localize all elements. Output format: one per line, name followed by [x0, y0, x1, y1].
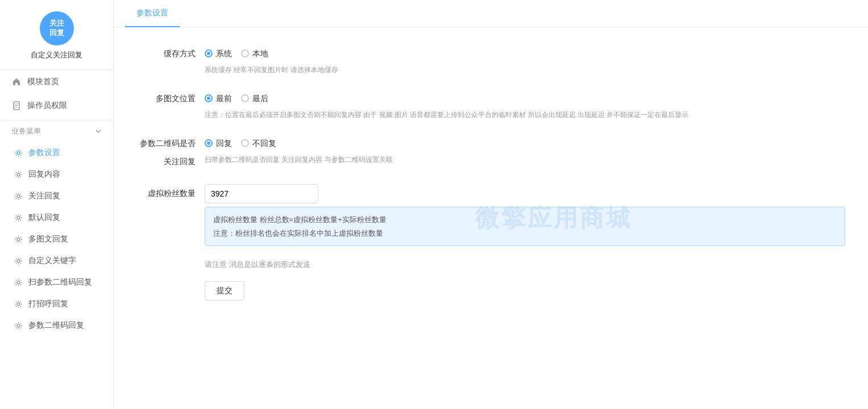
default-reply-label: 默认回复 — [28, 212, 60, 223]
sidebar-item-custom-keyword[interactable]: 自定义关键字 — [0, 250, 113, 272]
fans-info-line1: 虚拟粉丝数量 粉丝总数=虚拟粉丝数量+实际粉丝数量 — [213, 213, 837, 226]
cache-system-radio[interactable] — [205, 49, 213, 57]
gear-icon-multi — [14, 235, 23, 244]
section-label: 业务菜单 — [11, 126, 41, 136]
doc-icon — [11, 101, 22, 111]
home-icon — [11, 77, 22, 87]
param-qr-label: 参数二维码回复 — [28, 320, 84, 331]
greeting-label: 打招呼回复 — [28, 299, 68, 309]
multiimg-first-option[interactable]: 最前 — [205, 89, 232, 107]
cache-row: 缓存方式 系统 本地 系统缓存 经常不回复图片时 请选择本地缓存 — [136, 44, 845, 76]
sidebar-item-greeting[interactable]: 打招呼回复 — [0, 293, 113, 315]
logo-icon: 关注 回复 — [40, 11, 74, 45]
qrcode-noreply-radio[interactable] — [241, 139, 249, 147]
svg-point-6 — [17, 195, 20, 198]
sidebar-item-default-reply[interactable]: 默认回复 — [0, 207, 113, 228]
sidebar-item-permissions[interactable]: 操作员权限 — [0, 94, 113, 118]
qrcode-hint: 扫带参数二维码是否回复 关注回复内容 与参数二维码设置关联 — [205, 155, 845, 165]
gear-icon-keyword — [14, 256, 23, 265]
cache-local-label: 本地 — [252, 44, 268, 62]
main-content: 参数设置 微擎应用商城 缓存方式 系统 本地 系统缓存 经常不回复图片时 请选择 — [114, 0, 868, 409]
gear-icon-params — [14, 148, 23, 157]
multiimg-first-label: 最前 — [216, 89, 232, 107]
sidebar-item-multi-reply[interactable]: 多图文回复 — [0, 228, 113, 250]
scan-qr-label: 扫参数二维码回复 — [28, 277, 92, 287]
sidebar: 关注 回复 自定义关注回复 模块首页 操作员权限 业务菜单 — [0, 0, 114, 409]
fans-label: 虚拟粉丝数量 — [136, 184, 205, 202]
submit-row: 提交 — [136, 281, 845, 301]
sidebar-item-reply-content[interactable]: 回复内容 — [0, 164, 113, 185]
sidebar-logo: 关注 回复 自定义关注回复 — [0, 0, 113, 70]
sidebar-item-params[interactable]: 参数设置 — [0, 142, 113, 164]
sidebar-item-scan-qr[interactable]: 扫参数二维码回复 — [0, 272, 113, 293]
fans-control: 虚拟粉丝数量 粉丝总数=虚拟粉丝数量+实际粉丝数量 注意：粉丝排名也会在实际排名… — [205, 184, 845, 246]
app-title: 自定义关注回复 — [31, 50, 82, 60]
follow-reply-label: 关注回复 — [28, 191, 60, 201]
multiimg-last-radio[interactable] — [241, 94, 249, 102]
multiimg-row: 多图文位置 最前 最后 注意：位置在最后必须开启多图文否则不能回复内容 由于 视… — [136, 89, 845, 120]
params-label: 参数设置 — [28, 148, 60, 158]
svg-point-12 — [17, 324, 20, 327]
sidebar-item-follow-reply[interactable]: 关注回复 — [0, 185, 113, 207]
custom-keyword-label: 自定义关键字 — [28, 256, 76, 266]
svg-point-5 — [17, 173, 20, 176]
cache-radio-group: 系统 本地 — [205, 44, 845, 62]
gear-icon-scan — [14, 278, 23, 287]
gear-icon-default — [14, 213, 23, 222]
fans-input[interactable] — [205, 184, 318, 203]
tab-bar: 参数设置 — [114, 0, 868, 27]
gear-icon-follow — [14, 191, 23, 201]
cache-control: 系统 本地 系统缓存 经常不回复图片时 请选择本地缓存 — [205, 44, 845, 76]
qrcode-reply-option[interactable]: 回复 — [205, 134, 232, 152]
cache-system-option[interactable]: 系统 — [205, 44, 232, 62]
notice-text: 请注意 消息是以逐条的形式发送 — [136, 260, 845, 270]
sidebar-item-param-qr[interactable]: 参数二维码回复 — [0, 315, 113, 336]
svg-point-10 — [17, 281, 20, 284]
multi-reply-label: 多图文回复 — [28, 234, 68, 244]
qrcode-noreply-label: 不回复 — [252, 134, 276, 152]
svg-point-8 — [17, 238, 20, 241]
qrcode-control: 回复 不回复 扫带参数二维码是否回复 关注回复内容 与参数二维码设置关联 — [205, 134, 845, 165]
chevron-down-icon — [95, 128, 102, 135]
multiimg-control: 最前 最后 注意：位置在最后必须开启多图文否则不能回复内容 由于 视频 图片 语… — [205, 89, 845, 120]
home-label: 模块首页 — [27, 77, 59, 87]
fans-info-box: 虚拟粉丝数量 粉丝总数=虚拟粉丝数量+实际粉丝数量 注意：粉丝排名也会在实际排名… — [205, 207, 845, 246]
svg-point-11 — [17, 303, 20, 306]
business-menu-section[interactable]: 业务菜单 — [0, 120, 113, 142]
svg-point-7 — [17, 216, 20, 219]
gear-icon-greeting — [14, 299, 23, 308]
multiimg-last-label: 最后 — [252, 89, 268, 107]
submit-button[interactable]: 提交 — [205, 281, 244, 301]
qrcode-reply-radio[interactable] — [205, 139, 213, 147]
gear-icon-reply-content — [14, 170, 23, 179]
qrcode-reply-label: 回复 — [216, 134, 232, 152]
qrcode-label: 参数二维码是否关注回复 — [136, 134, 205, 170]
svg-point-4 — [17, 152, 20, 155]
multiimg-first-radio[interactable] — [205, 94, 213, 102]
qrcode-row: 参数二维码是否关注回复 回复 不回复 扫带参数二维码是否回复 关注回复内容 与参… — [136, 134, 845, 170]
sidebar-item-home[interactable]: 模块首页 — [0, 70, 113, 94]
qrcode-noreply-option[interactable]: 不回复 — [241, 134, 276, 152]
qrcode-radio-group: 回复 不回复 — [205, 134, 845, 152]
cache-label: 缓存方式 — [136, 44, 205, 62]
multiimg-label: 多图文位置 — [136, 89, 205, 107]
fans-info-line2: 注意：粉丝排名也会在实际排名中加上虚拟粉丝数量 — [213, 227, 837, 240]
permissions-label: 操作员权限 — [27, 101, 67, 111]
multiimg-last-option[interactable]: 最后 — [241, 89, 268, 107]
tab-params[interactable]: 参数设置 — [125, 0, 180, 27]
multiimg-hint: 注意：位置在最后必须开启多图文否则不能回复内容 由于 视频 图片 语音都需要上传… — [205, 110, 845, 120]
cache-hint: 系统缓存 经常不回复图片时 请选择本地缓存 — [205, 65, 845, 76]
svg-point-9 — [17, 260, 20, 262]
multiimg-radio-group: 最前 最后 — [205, 89, 845, 107]
fans-row: 虚拟粉丝数量 虚拟粉丝数量 粉丝总数=虚拟粉丝数量+实际粉丝数量 注意：粉丝排名… — [136, 184, 845, 246]
gear-icon-param-qr — [14, 321, 23, 330]
content-area: 微擎应用商城 缓存方式 系统 本地 系统缓存 经常不回复图片时 请选择本地缓存 — [114, 27, 868, 409]
cache-local-radio[interactable] — [241, 49, 249, 57]
cache-system-label: 系统 — [216, 44, 232, 62]
reply-content-label: 回复内容 — [28, 169, 60, 180]
cache-local-option[interactable]: 本地 — [241, 44, 268, 62]
